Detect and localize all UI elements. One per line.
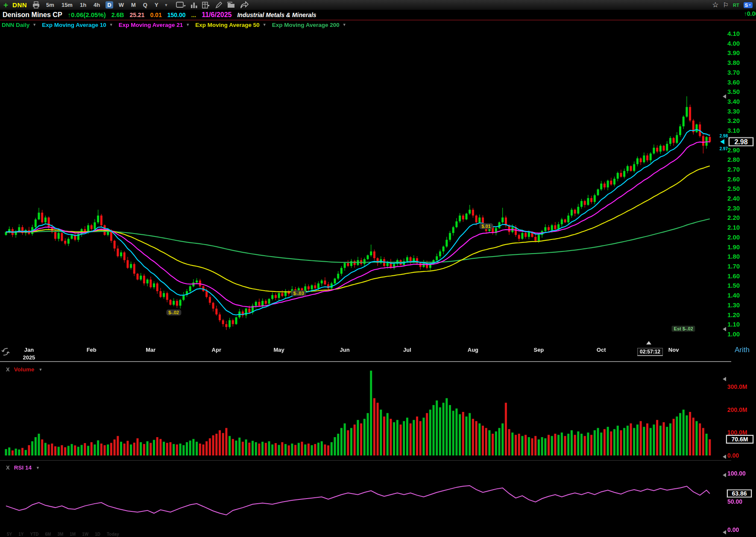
month-label-Jun: Jun [340,347,350,353]
price-tick: 4.10 [727,29,740,37]
range-button-1D[interactable]: 1D [95,532,100,537]
rsi-dropdown-icon[interactable]: ▼ [36,466,40,470]
quote-stat-2: 0.01 [150,12,161,18]
countdown-timer: 02:57:12 [637,348,663,356]
timeframe-button-1h[interactable]: 1h [78,1,88,9]
change-value: 0.06(2.05%) [71,11,106,18]
favorite-star-icon[interactable]: ☆ [712,0,718,9]
range-button-5Y[interactable]: 5Y [7,532,12,537]
timeframe-button-Y[interactable]: Y [153,1,160,9]
price-tick: 2.60 [727,175,740,182]
volume-close-button[interactable]: X [6,366,10,373]
rsi-low-marker-icon [723,530,726,534]
timeframe-button-M[interactable]: M [129,1,138,9]
series-dropdown-icon[interactable]: ▼ [32,23,36,27]
price-tick: 1.00 [727,330,740,338]
quote-stat-1: 25.21 [129,12,144,18]
price-tick: 4.00 [727,39,740,47]
templates-icon[interactable] [227,1,235,9]
rsi-tick: 50.00 [727,498,742,505]
study-dropdown-icon[interactable]: ▼ [263,23,267,27]
high-marker-icon [723,94,726,99]
draw-icon[interactable] [215,1,223,9]
month-label-Sep: Sep [533,347,544,353]
price-tick: 1.40 [727,292,740,299]
rsi-close-button[interactable]: X [6,464,10,471]
price-tick: 2.70 [727,165,740,172]
flag-icon[interactable]: ⚐ [723,1,729,9]
range-button-3M[interactable]: 3M [57,532,63,537]
scale-mode-label[interactable]: Arith [735,346,750,354]
source-badge-label: S [745,3,748,8]
earnings-badge: $.01 [479,223,492,229]
pane-collapse-icon[interactable] [1,347,10,358]
scroll-up-triangle-icon[interactable] [646,341,651,344]
timeframe-dropdown-icon[interactable]: ▼ [164,3,168,7]
volume-tick: 300.0M [727,383,747,390]
range-button-1M[interactable]: 1M [70,532,76,537]
trading-app-window: + DNN 5m15m1h4hDWMQY ▼ [0,0,756,537]
pane-separator-2 [0,460,731,461]
range-button-1W[interactable]: 1W [82,532,88,537]
range-button-Today[interactable]: Today [107,532,119,537]
timeframe-button-D[interactable]: D [105,1,113,9]
study-label-4[interactable]: Exp Moving Average 200 [272,22,340,28]
indicators-icon[interactable] [190,1,198,9]
rsi-title[interactable]: RSI 14 [14,464,32,471]
range-bar: 5Y1YYTD6M3M1M1W1DToday [7,532,119,537]
timeframe-button-W[interactable]: W [117,1,126,9]
series-label[interactable]: DNN Daily [2,22,29,28]
study-dropdown-icon[interactable]: ▼ [186,23,190,27]
after-hours-change: ↑0.00 [744,10,756,17]
print-icon[interactable] [32,1,40,9]
last-price-arrow-icon [720,139,724,144]
price-tick: 2.10 [727,224,740,231]
quote-row: Denison Mines CP ↑0.06(2.05%) 2.6B25.210… [0,10,756,20]
ask-label: 2.98 [720,134,728,138]
price-tick: 3.80 [727,59,740,66]
quote-stat-4: ... [191,12,196,18]
timeframe-button-Q[interactable]: Q [141,1,149,9]
month-label-Feb: Feb [87,347,97,353]
price-tick: 3.90 [727,49,740,56]
source-dropdown-icon: ▼ [748,3,751,6]
share-icon[interactable] [240,1,249,9]
price-tick: 3.40 [727,97,740,105]
add-symbol-button[interactable]: + [3,1,8,9]
price-tick: 2.80 [727,156,740,163]
study-label-2[interactable]: Exp Moving Average 21 [119,22,183,28]
timeframe-button-15m[interactable]: 15m [60,1,74,9]
study-label-1[interactable]: Exp Moving Average 10 [42,22,106,28]
source-badge[interactable]: S▼ [744,2,753,8]
study-dropdown-icon[interactable]: ▼ [343,23,346,27]
rsi-pane-header: X RSI 14 ▼ [6,464,42,471]
range-button-6M[interactable]: 6M [45,532,51,537]
chart-type-icon[interactable] [176,1,186,9]
volume-title[interactable]: Volume [14,366,35,373]
study-label-3[interactable]: Exp Moving Average 50 [195,22,260,28]
last-price-box: 2.98 [729,137,753,146]
price-tick: 1.90 [727,243,740,250]
timeframe-button-4h[interactable]: 4h [92,1,102,9]
up-arrow-icon: ↑ [68,11,71,18]
month-label-Mar: Mar [146,347,155,353]
price-tick: 2.90 [727,146,740,153]
volume-tick: 200.0M [727,406,747,413]
toolbar-left: + DNN 5m15m1h4hDWMQY ▼ [3,1,249,9]
month-label-Jan: Jan [24,347,34,353]
volume-dropdown-icon[interactable]: ▼ [38,368,42,372]
volume-high-marker-icon [723,377,726,381]
range-button-1Y[interactable]: 1Y [18,532,23,537]
timeframe-button-5m[interactable]: 5m [44,1,56,9]
study-dropdown-icon[interactable]: ▼ [109,23,113,27]
earnings-badge: $-.02 [166,309,181,315]
price-tick: 3.60 [727,78,740,85]
price-tick: 2.50 [727,185,740,192]
price-tick: 1.80 [727,253,740,260]
volume-tick: 0.00 [727,452,739,459]
chart-canvas[interactable] [0,0,756,537]
symbol-label[interactable]: DNN [12,1,27,9]
add-study-icon[interactable] [202,1,211,9]
earnings-badge: Est $-.02 [672,326,695,332]
range-button-YTD[interactable]: YTD [30,532,38,537]
